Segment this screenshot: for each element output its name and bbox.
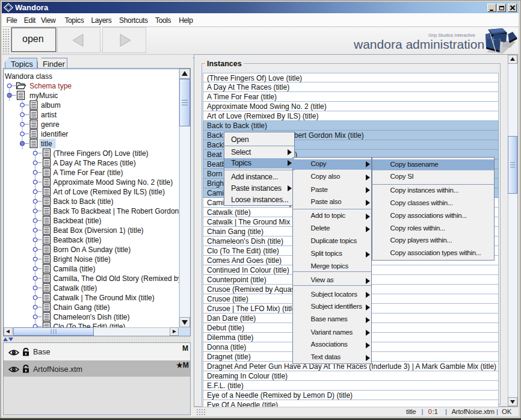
- svg-text:Wandora class: Wandora class: [5, 72, 52, 81]
- svg-text:Catwalk (title): Catwalk (title): [54, 284, 97, 292]
- svg-text:Beat Box (Diversion 1) (title): Beat Box (Diversion 1) (title): [54, 226, 144, 235]
- svg-text:artist: artist: [41, 111, 57, 119]
- svg-text:Catwalk | The Ground Mix (titl: Catwalk | The Ground Mix (title): [54, 294, 155, 302]
- svg-text:Back To Backbeat | The Robert: Back To Backbeat | The Robert Gordon Mix…: [54, 207, 179, 215]
- svg-text:A Time For Fear (title): A Time For Fear (title): [54, 168, 123, 177]
- svg-text:Beatback (title): Beatback (title): [54, 236, 102, 244]
- svg-text:Chameleon's Dish (title): Chameleon's Dish (title): [54, 313, 130, 321]
- svg-text:Backbeat (title): Backbeat (title): [54, 217, 102, 225]
- svg-text:Bright Noise (title): Bright Noise (title): [54, 255, 111, 264]
- svg-text:Approximate Mood Swing No. 2 (: Approximate Mood Swing No. 2 (title): [54, 178, 173, 187]
- svg-text:Chain Gang (title): Chain Gang (title): [54, 303, 110, 312]
- svg-text:myMusic: myMusic: [29, 91, 58, 100]
- svg-text:genre: genre: [41, 120, 60, 129]
- svg-text:Clo (To The Edit) (title): Clo (To The Edit) (title): [54, 323, 126, 327]
- svg-text:identifier: identifier: [41, 130, 68, 138]
- svg-text:Camilla, The Old Old Story (Re: Camilla, The Old Old Story (Remixed by Y…: [54, 274, 179, 283]
- svg-text:Back to Back (title): Back to Back (title): [54, 197, 114, 206]
- svg-text:(Three Fingers Of) Love (title: (Three Fingers Of) Love (title): [54, 149, 149, 158]
- svg-text:Camilla (title): Camilla (title): [54, 265, 96, 273]
- svg-text:album: album: [41, 101, 61, 110]
- svg-text:Born On A Sunday (title): Born On A Sunday (title): [54, 246, 131, 254]
- svg-text:Schema type: Schema type: [29, 82, 72, 90]
- svg-text:Art of Love (Remixed By ILS) (: Art of Love (Remixed By ILS) (title): [54, 188, 165, 196]
- svg-text:A Day At The Races (title): A Day At The Races (title): [54, 159, 136, 167]
- svg-text:title: title: [41, 140, 52, 148]
